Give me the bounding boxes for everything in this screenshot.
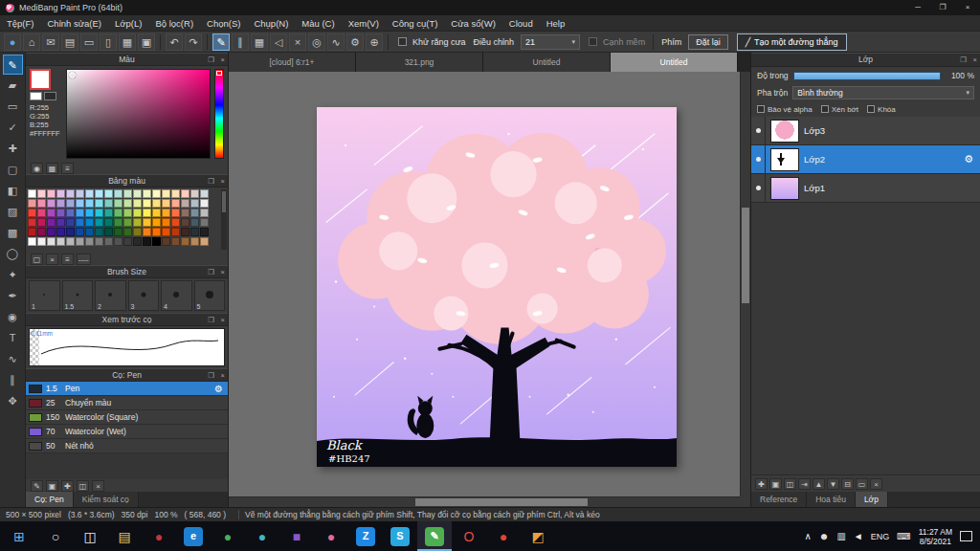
palette-swatch[interactable]	[37, 189, 46, 198]
move-tool[interactable]: ✚	[3, 139, 23, 159]
canvas[interactable]: Black #HB247	[317, 107, 677, 467]
palette-swatch[interactable]	[181, 189, 189, 198]
palette-swatch[interactable]	[37, 218, 46, 227]
palette-swatch[interactable]	[104, 237, 113, 246]
app-red-icon[interactable]: ●	[486, 521, 521, 551]
brush-tool[interactable]: ✎	[3, 55, 23, 75]
palette-swatch[interactable]	[66, 199, 75, 208]
clipping-checkbox[interactable]: Xén bớt	[821, 105, 858, 114]
palette-swatch[interactable]	[104, 189, 113, 198]
palette-swatch[interactable]	[123, 228, 132, 236]
palette-swatch[interactable]	[152, 228, 161, 236]
palette-swatch[interactable]	[95, 218, 103, 227]
tray-language-label[interactable]: ENG	[871, 532, 890, 541]
palette-scrollbar[interactable]	[221, 189, 227, 250]
palette-swatch[interactable]	[200, 228, 209, 236]
clear-layer-button[interactable]: ▭	[856, 478, 868, 490]
palette-swatch[interactable]	[133, 228, 142, 236]
brush-list-item[interactable]: 25Chuyển màu	[26, 396, 228, 410]
brush-size-cell[interactable]: 2	[95, 280, 126, 311]
tray-volume-icon[interactable]: ◄	[854, 531, 863, 541]
palette-swatch[interactable]	[56, 237, 65, 246]
palette-lines-icon[interactable]: ----	[77, 253, 91, 265]
palette-swatch[interactable]	[37, 199, 46, 208]
perspective-snap-icon[interactable]: ◁	[270, 33, 287, 51]
palette-swatch[interactable]	[47, 218, 56, 227]
medibang-icon[interactable]: ✎	[417, 521, 452, 551]
palette-swatch[interactable]	[37, 209, 46, 217]
grid-snap-icon[interactable]: ▦	[251, 33, 268, 51]
cross-snap-icon[interactable]: ×	[289, 33, 306, 51]
horizontal-scrollbar[interactable]	[229, 496, 740, 507]
palette-swatch[interactable]	[123, 199, 132, 208]
layer-settings-icon[interactable]: ⚙	[964, 153, 973, 165]
left-panel-tab[interactable]: Kiểm soát cọ	[74, 492, 139, 507]
firefox-icon[interactable]: ●	[142, 521, 176, 551]
panel-popout-icon[interactable]: ❐	[960, 54, 967, 66]
palette-swatch[interactable]	[133, 237, 142, 246]
brush-size-cell[interactable]: 3	[128, 280, 160, 311]
palette-swatch[interactable]	[76, 228, 84, 236]
action-center-icon[interactable]	[960, 531, 972, 541]
palette-swatch[interactable]	[123, 218, 132, 227]
transparent-color-swatch[interactable]	[44, 92, 56, 100]
palette-swatch[interactable]	[76, 209, 84, 217]
palette-swatch[interactable]	[162, 228, 170, 236]
menu-item[interactable]: Xem(V)	[342, 15, 386, 32]
palette-swatch[interactable]	[200, 218, 209, 227]
palette-swatch[interactable]	[85, 209, 94, 217]
layer-visibility-toggle[interactable]	[751, 174, 766, 202]
tray-network-icon[interactable]: ▥	[836, 531, 845, 541]
layer-panel-tab[interactable]: Reference	[751, 492, 807, 507]
palette-swatch[interactable]	[171, 189, 180, 198]
palette-swatch[interactable]	[76, 199, 84, 208]
clock[interactable]: 11:27 AM 8/5/2021	[919, 527, 952, 546]
palette-swatch[interactable]	[143, 189, 151, 198]
menu-item[interactable]: Help	[540, 15, 572, 32]
brush-delete-icon[interactable]: ×	[92, 480, 104, 492]
palette-swatch[interactable]	[152, 209, 161, 217]
brush-duplicate-icon[interactable]: ◫	[77, 480, 89, 492]
pen-tool[interactable]: ✒	[3, 286, 23, 306]
artwork-canvas[interactable]: Black #HB247	[317, 107, 677, 467]
layer-panel-tab[interactable]: Lớp	[856, 492, 888, 507]
brush-list-item[interactable]: 50Nét nhỏ	[26, 439, 228, 453]
grid-icon[interactable]: ▦	[119, 33, 136, 51]
palette-swatch[interactable]	[85, 228, 94, 236]
palette-swatch[interactable]	[200, 237, 209, 246]
redo-icon[interactable]: ↷	[185, 33, 202, 51]
palette-swatch[interactable]	[200, 189, 209, 198]
parallel-lines-icon[interactable]: ∥	[232, 33, 249, 51]
palette-swatch[interactable]	[28, 228, 36, 236]
panel-popout-icon[interactable]: ❐	[208, 266, 214, 278]
palette-swatch[interactable]	[171, 199, 180, 208]
magic-wand-tool[interactable]: ✦	[3, 265, 23, 285]
search-icon[interactable]: ○	[38, 521, 73, 551]
opera-icon[interactable]: O	[452, 521, 486, 551]
palette-swatch[interactable]	[200, 209, 209, 217]
transfer-layer-button[interactable]: ⇥	[798, 478, 811, 490]
start-button[interactable]: ⊞	[0, 521, 38, 551]
palette-swatch[interactable]	[162, 199, 170, 208]
key-label[interactable]: Phím	[661, 37, 681, 47]
eraser-tool[interactable]: ▰	[3, 76, 23, 96]
divide-tool[interactable]: ∥	[3, 370, 23, 390]
select-pen-tool[interactable]: ✓	[3, 118, 23, 138]
palette-swatch[interactable]	[95, 189, 103, 198]
palette-swatch[interactable]	[66, 189, 75, 198]
palette-swatch[interactable]	[85, 189, 94, 198]
palette-swatch[interactable]	[152, 237, 161, 246]
brush-size-cell[interactable]: 1	[29, 280, 60, 311]
palette-swatch[interactable]	[133, 199, 142, 208]
palette-swatch[interactable]	[181, 237, 189, 246]
palette-swatch[interactable]	[104, 209, 113, 217]
bucket-tool[interactable]: ◧	[3, 181, 23, 201]
material-icon[interactable]: ▣	[138, 33, 155, 51]
palette-swatch[interactable]	[28, 189, 36, 198]
vanishing-point-icon[interactable]: ⊕	[366, 33, 383, 51]
palette-swatch[interactable]	[85, 218, 94, 227]
menu-item[interactable]: Chọn(S)	[200, 15, 247, 32]
palette-swatch[interactable]	[152, 189, 161, 198]
eyedropper-tool[interactable]: ◉	[3, 307, 23, 327]
duplicate-layer-button[interactable]: ◫	[784, 478, 796, 490]
